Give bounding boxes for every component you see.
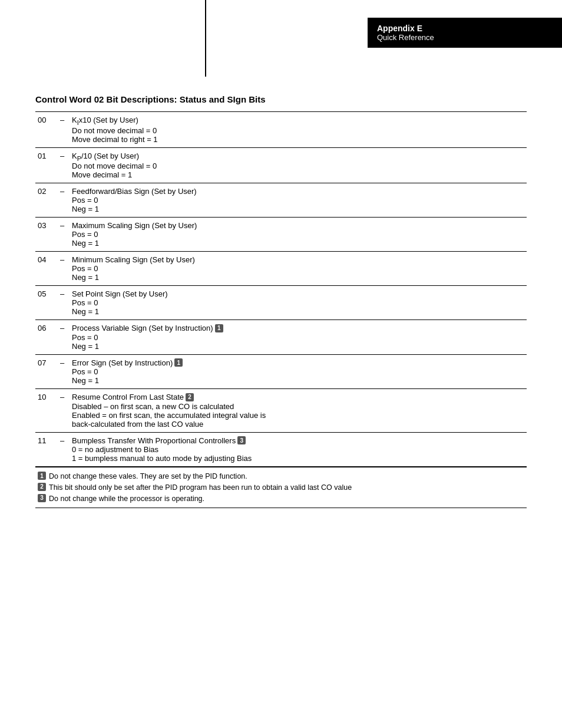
row-sub-lines: Do not move decimal = 0Move decimal to r… [72,126,524,144]
row-dash: – [58,147,70,183]
header-area: Appendix E Quick Reference [0,0,562,77]
table-row: 04–Minimum Scaling Sign (Set by User)Pos… [35,252,527,286]
row-dash: – [58,354,70,389]
row-description: Process Variable Sign (Set by Instructio… [70,320,527,355]
row-sub-lines: Pos = 0Neg = 1 [72,264,524,282]
table-row: 01–KP/10 (Set by User)Do not move decima… [35,147,527,183]
table-row: 10–Resume Control From Last State2Disabl… [35,389,527,433]
row-main-text: Set Point Sign (Set by User) [72,289,524,298]
main-content: Control Word 02 Bit Descriptions: Status… [0,77,562,532]
sub-line: Move decimal to right = 1 [72,135,524,144]
section-title: Control Word 02 Bit Descriptions: Status… [35,94,527,104]
row-dash: – [58,286,70,320]
row-dash: – [58,252,70,286]
sub-line: Pos = 0 [72,367,524,376]
row-main-text: Minimum Scaling Sign (Set by User) [72,255,524,264]
row-main-text: Bumpless Transfer With Proportional Cont… [72,436,524,446]
inline-footnote-badge: 1 [215,324,223,332]
footnote-badge: 2 [38,483,46,491]
row-description: KP/10 (Set by User)Do not move decimal =… [70,147,527,183]
row-description: Bumpless Transfer With Proportional Cont… [70,432,527,467]
row-description: Feedforward/Bias Sign (Set by User)Pos =… [70,183,527,218]
row-main-text: Process Variable Sign (Set by Instructio… [72,324,524,333]
row-main-text: KIx10 (Set by User) [72,116,524,126]
sub-line: back-calculated from the last CO value [72,420,524,429]
table-row: 02–Feedforward/Bias Sign (Set by User)Po… [35,183,527,218]
sub-line: Neg = 1 [72,273,524,282]
row-sub-lines: Pos = 0Neg = 1 [72,230,524,248]
inline-footnote-badge: 1 [174,358,183,367]
sub-line: Neg = 1 [72,205,524,213]
footnote-badge: 3 [38,494,46,502]
footnote-text: Do not change these vales. They are set … [49,471,247,482]
sub-line: Neg = 1 [72,376,524,385]
row-number: 02 [35,183,58,218]
vertical-divider [205,0,206,77]
row-number: 03 [35,218,58,252]
page: Appendix E Quick Reference Control Word … [0,0,562,728]
sub-line: Do not move decimal = 0 [72,126,524,135]
row-main-text: Resume Control From Last State2 [72,393,524,402]
footnotes-area: 1Do not change these vales. They are set… [35,467,527,508]
row-description: Resume Control From Last State2Disabled … [70,389,527,433]
sub-line: Disabled – on first scan, a new CO is ca… [72,402,524,411]
sub-line: 0 = no adjustment to Bias [72,445,524,454]
table-row: 06–Process Variable Sign (Set by Instruc… [35,320,527,355]
footnote-line: 3Do not change while the processor is op… [38,493,524,505]
appendix-header-box: Appendix E Quick Reference [368,18,562,48]
footnote-line: 1Do not change these vales. They are set… [38,471,524,482]
row-number: 04 [35,252,58,286]
row-description: Set Point Sign (Set by User)Pos = 0Neg =… [70,286,527,320]
row-dash: – [58,320,70,355]
sub-line: Pos = 0 [72,333,524,342]
row-sub-lines: Pos = 0Neg = 1 [72,333,524,351]
row-sub-lines: Pos = 0Neg = 1 [72,298,524,316]
sub-line: Neg = 1 [72,239,524,248]
appendix-subtitle: Quick Reference [377,33,553,42]
sub-line: Neg = 1 [72,342,524,351]
footnote-badge: 1 [38,472,46,480]
row-number: 00 [35,112,58,148]
row-main-text: KP/10 (Set by User) [72,151,524,162]
row-dash: – [58,432,70,467]
row-number: 07 [35,354,58,389]
row-description: Error Sign (Set by Instruction)1Pos = 0N… [70,354,527,389]
inline-footnote-badge: 2 [186,393,194,401]
table-row: 11–Bumpless Transfer With Proportional C… [35,432,527,467]
row-dash: – [58,112,70,148]
row-sub-lines: Pos = 0Neg = 1 [72,367,524,385]
row-dash: – [58,218,70,252]
sub-line: Pos = 0 [72,196,524,205]
sub-line: 1 = bumpless manual to auto mode by adju… [72,454,524,463]
table-row: 00–KIx10 (Set by User)Do not move decima… [35,112,527,148]
sub-line: Pos = 0 [72,230,524,239]
row-dash: – [58,389,70,433]
sub-line: Neg = 1 [72,307,524,316]
row-number: 01 [35,147,58,183]
row-number: 11 [35,432,58,467]
footnote-text: Do not change while the processor is ope… [49,493,204,505]
reference-table: 00–KIx10 (Set by User)Do not move decima… [35,111,527,467]
appendix-title: Appendix E [377,24,553,33]
row-sub-lines: Do not move decimal = 0Move decimal = 1 [72,162,524,179]
row-description: Maximum Scaling Sign (Set by User)Pos = … [70,218,527,252]
row-number: 10 [35,389,58,433]
sub-line: Pos = 0 [72,264,524,273]
row-number: 05 [35,286,58,320]
sub-line: Do not move decimal = 0 [72,162,524,170]
sub-line: Move decimal = 1 [72,170,524,179]
row-sub-lines: Disabled – on first scan, a new CO is ca… [72,402,524,429]
row-dash: – [58,183,70,218]
table-row: 07–Error Sign (Set by Instruction)1Pos =… [35,354,527,389]
row-main-text: Error Sign (Set by Instruction)1 [72,358,524,368]
row-sub-lines: Pos = 0Neg = 1 [72,196,524,213]
row-sub-lines: 0 = no adjustment to Bias1 = bumpless ma… [72,445,524,463]
row-number: 06 [35,320,58,355]
footnote-text: This bit should only be set after the PI… [49,482,352,493]
footnote-line: 2This bit should only be set after the P… [38,482,524,493]
sub-line: Enabled = on first scan, the accumulated… [72,411,524,420]
table-row: 03–Maximum Scaling Sign (Set by User)Pos… [35,218,527,252]
table-row: 05–Set Point Sign (Set by User)Pos = 0Ne… [35,286,527,320]
sub-line: Pos = 0 [72,298,524,307]
inline-footnote-badge: 3 [237,436,246,444]
